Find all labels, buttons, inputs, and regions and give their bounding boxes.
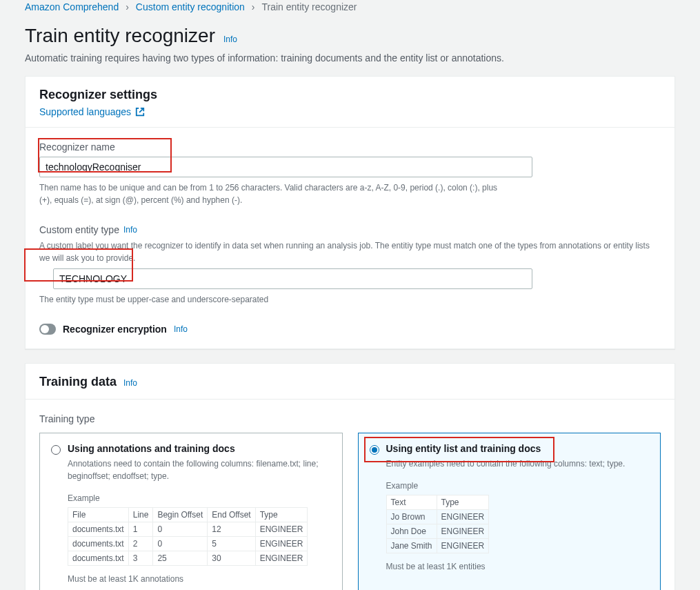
breadcrumb: Amazon Comprehend › Custom entity recogn… <box>0 0 700 18</box>
radio-hint: Must be at least 1K entities <box>386 562 650 571</box>
radio-icon <box>51 445 61 455</box>
info-link[interactable]: Info <box>174 324 188 334</box>
external-link-icon <box>135 107 145 117</box>
example-table: File Line Begin Offset End Offset Type d… <box>68 507 308 566</box>
radio-desc: Entity examples need to contain the foll… <box>386 458 650 470</box>
panel-title: Recognizer settings <box>39 88 661 102</box>
breadcrumb-current: Train entity recognizer <box>262 1 357 12</box>
example-label: Example <box>68 493 331 503</box>
entity-type-input[interactable] <box>53 268 532 289</box>
info-link[interactable]: Info <box>123 378 137 388</box>
radio-desc: Annotations need to contain the followin… <box>68 458 331 482</box>
training-option-annotations[interactable]: Using annotations and training docs Anno… <box>39 433 343 590</box>
training-type-label: Training type <box>39 413 661 424</box>
chevron-right-icon: › <box>252 1 255 12</box>
chevron-right-icon: › <box>126 1 129 12</box>
example-label: Example <box>386 481 650 491</box>
radio-title: Using entity list and training docs <box>386 443 541 454</box>
recognizer-name-input[interactable] <box>39 157 532 177</box>
encryption-toggle[interactable] <box>39 324 56 335</box>
radio-icon <box>370 445 379 455</box>
recognizer-name-hint: Then name has to be unique and can be fr… <box>39 181 508 206</box>
entity-type-hint: The entity type must be upper-case and u… <box>39 293 508 306</box>
panel-title: Training data <box>39 375 117 389</box>
recognizer-name-label: Recognizer name <box>39 141 661 153</box>
training-option-entity-list[interactable]: Using entity list and training docs Enti… <box>358 433 661 590</box>
radio-hint: Must be at least 1K annotations <box>68 574 331 584</box>
encryption-label: Recognizer encryption <box>63 324 167 335</box>
entity-type-desc: A custom label you want the recognizer t… <box>39 239 661 264</box>
page-title: Train entity recognizer <box>25 25 215 47</box>
training-data-panel: Training data Info Training type Using a… <box>25 363 675 590</box>
page-subtitle: Automatic training requires having two t… <box>0 50 700 76</box>
info-link[interactable]: Info <box>223 35 237 44</box>
info-link[interactable]: Info <box>123 225 137 235</box>
example-table: Text Type Jo BrownENGINEER John DoeENGIN… <box>386 495 490 553</box>
radio-title: Using annotations and training docs <box>68 443 235 454</box>
breadcrumb-link-custom-entity[interactable]: Custom entity recognition <box>136 1 245 12</box>
entity-type-label: Custom entity type <box>39 224 119 235</box>
recognizer-settings-panel: Recognizer settings Supported languages … <box>25 76 675 349</box>
breadcrumb-link-comprehend[interactable]: Amazon Comprehend <box>25 1 119 12</box>
supported-languages-link[interactable]: Supported languages <box>39 106 131 117</box>
